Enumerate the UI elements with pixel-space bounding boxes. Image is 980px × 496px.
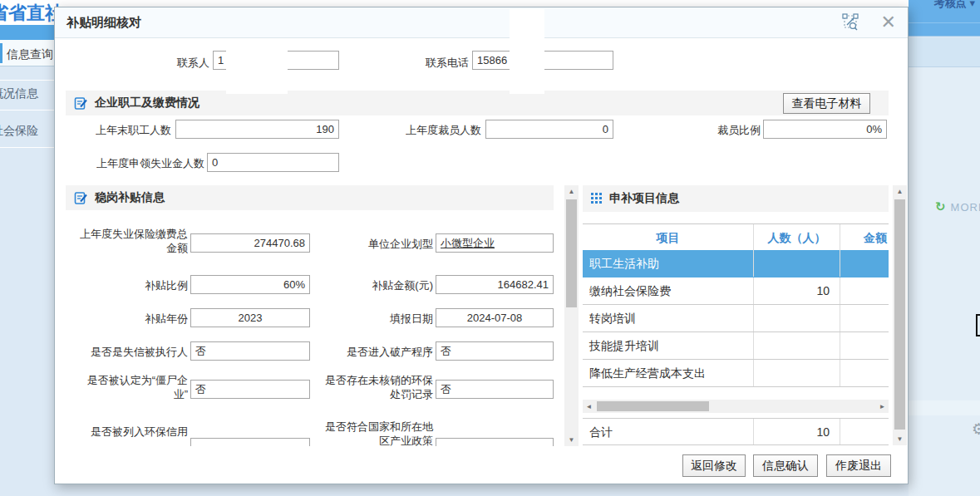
left-panel-scrollbar[interactable]: ▲ ▼ xyxy=(564,185,579,446)
resize-zoom-icon[interactable] xyxy=(841,12,861,32)
total-count-cell: 10 xyxy=(754,419,840,444)
refresh-icon: ↻ xyxy=(935,199,947,214)
project-cell: 职工生活补助 xyxy=(583,250,754,277)
scroll-right-arrow[interactable]: ► xyxy=(876,400,889,413)
field-label: 上年末职工人数 xyxy=(80,123,171,137)
amount-cell xyxy=(840,360,889,386)
close-icon[interactable]: ✕ xyxy=(881,14,896,31)
amount-cell xyxy=(840,332,889,359)
field-label: 是否符合国家和所在地区产业政策 xyxy=(321,420,433,446)
project-section-header: 申补项目信息 xyxy=(583,185,889,212)
field-label: 上年度申领失业金人数 xyxy=(83,156,204,170)
table-row[interactable]: 缴纳社会保险费 10 xyxy=(583,277,889,305)
scroll-up-arrow[interactable]: ▲ xyxy=(893,185,907,198)
report-date-input[interactable]: 2024-07-08 xyxy=(436,308,554,327)
table-row[interactable]: 技能提升培训 xyxy=(583,332,889,360)
field-label: 单位企业划型 xyxy=(321,237,433,251)
project-cell: 缴纳社会保险费 xyxy=(583,277,754,304)
project-panel: 申补项目信息 项目 人数（人） 金额 职工生活补助 缴纳社会保险费 10 转岗培… xyxy=(583,185,889,445)
table-row[interactable]: 降低生产经营成本支出 xyxy=(583,360,889,387)
void-exit-button[interactable]: 作废退出 xyxy=(826,454,891,477)
subsidy-year-input[interactable]: 2023 xyxy=(190,308,310,327)
enterprise-type-input[interactable]: 小微型企业 xyxy=(436,233,554,253)
table-header-row: 项目 人数（人） 金额 xyxy=(583,223,889,251)
content-right-panel xyxy=(909,67,980,496)
table-row[interactable]: 转岗培训 xyxy=(583,305,889,332)
return-modify-button[interactable]: 返回修改 xyxy=(682,454,746,477)
project-cell: 降低生产经营成本支出 xyxy=(583,360,754,386)
view-materials-button[interactable]: 查看电子材料 xyxy=(783,93,870,114)
staff-section-header: 企业职工及缴费情况 xyxy=(66,91,889,115)
tab-info-query[interactable]: 信息查询 xyxy=(7,47,53,62)
subsidy-ratio-input[interactable]: 60% xyxy=(190,275,310,294)
insurance-total-input[interactable]: 274470.68 xyxy=(190,233,310,253)
count-cell xyxy=(754,332,840,359)
scroll-up-arrow[interactable]: ▲ xyxy=(564,185,579,198)
amount-cell xyxy=(840,250,889,277)
industry-policy-input[interactable] xyxy=(436,438,554,446)
top-menu-dropdown[interactable]: 考核点 ▾ xyxy=(934,0,975,11)
table-total-row: 合计 10 xyxy=(583,418,889,445)
subsidy-section-header: 稳岗补贴信息 xyxy=(66,185,554,210)
count-cell xyxy=(754,250,840,277)
dialog-header: 补贴明细核对 ✕ xyxy=(55,7,908,38)
contact-phone-label: 联系电话 xyxy=(419,56,469,70)
enterprise-type-value: 小微型企业 xyxy=(441,236,495,251)
amount-cell xyxy=(840,305,889,331)
env-penalty-input[interactable]: 否 xyxy=(436,380,554,399)
page-blue-bar xyxy=(0,25,54,40)
table-horizontal-scrollbar[interactable]: ◄ ► xyxy=(583,400,889,413)
scroll-down-arrow[interactable]: ▼ xyxy=(893,433,907,445)
total-label-cell: 合计 xyxy=(583,419,754,444)
sidebar-item-overview[interactable]: 概况信息 xyxy=(0,86,38,101)
field-label: 补贴比例 xyxy=(74,278,188,292)
count-cell xyxy=(754,360,840,386)
scroll-left-arrow[interactable]: ◄ xyxy=(583,400,595,413)
more-label: MORE xyxy=(951,201,980,214)
column-header-count: 人数（人） xyxy=(754,224,840,251)
bankruptcy-input[interactable]: 否 xyxy=(436,341,554,361)
scrollbar-thumb[interactable] xyxy=(566,199,577,307)
table-row-selected[interactable]: 职工生活补助 xyxy=(583,250,889,277)
field-label: 是否被列入环保信用 xyxy=(74,425,188,439)
unemployment-claim-input[interactable]: 0 xyxy=(207,153,339,172)
field-label: 上年度裁员人数 xyxy=(387,123,481,137)
subsidy-section-title: 稳岗补贴信息 xyxy=(95,190,165,205)
zombie-enterprise-input[interactable]: 否 xyxy=(190,380,310,399)
right-panel-divider xyxy=(909,400,980,415)
staff-count-input[interactable]: 190 xyxy=(175,120,339,139)
count-cell xyxy=(754,305,840,331)
subsidy-amount-input[interactable]: 164682.41 xyxy=(436,275,554,294)
subsidy-detail-dialog: 补贴明细核对 ✕ 联系人 1 联系电话 15866 企业职工及缴费情况 xyxy=(54,7,909,484)
field-label: 是否被认定为“僵尸企业” xyxy=(74,373,188,401)
toolbar-right-strip xyxy=(909,37,980,67)
field-label: 是否存在未核销的环保处罚记录 xyxy=(321,373,433,401)
subsidy-panel: 稳岗补贴信息 上年度失业保险缴费总金额 274470.68 单位企业划型 小微型… xyxy=(66,185,554,446)
layoff-count-input[interactable]: 0 xyxy=(485,120,613,139)
scrollbar-thumb[interactable] xyxy=(894,199,905,430)
env-credit-input[interactable] xyxy=(190,438,310,446)
field-label: 填报日期 xyxy=(321,312,433,326)
edit-document-icon xyxy=(74,96,88,110)
edit-document-icon xyxy=(74,191,88,205)
gear-icon[interactable]: ⚙ xyxy=(972,420,980,439)
more-link[interactable]: ↻ MORE xyxy=(935,199,980,214)
column-header-amount: 金额 xyxy=(840,224,889,251)
layoff-ratio-input[interactable]: 0% xyxy=(763,120,887,139)
field-label: 是否进入破产程序 xyxy=(321,345,433,359)
partial-bracket-shape xyxy=(976,314,980,336)
scroll-down-arrow[interactable]: ▼ xyxy=(564,434,579,446)
column-header-project: 项目 xyxy=(583,224,754,251)
project-section-title: 申补项目信息 xyxy=(609,191,679,206)
right-panel-scrollbar[interactable]: ▲ ▼ xyxy=(893,185,907,445)
dishonest-executee-input[interactable]: 否 xyxy=(190,341,310,361)
dialog-title: 补贴明细核对 xyxy=(66,15,141,31)
scrollbar-thumb[interactable] xyxy=(597,401,709,411)
staff-section-title: 企业职工及缴费情况 xyxy=(95,96,199,110)
sidebar-item-social-insurance[interactable]: 社会保险 xyxy=(0,124,38,139)
confirm-info-button[interactable]: 信息确认 xyxy=(753,454,818,477)
count-cell: 10 xyxy=(754,277,840,304)
tab-accent-bar xyxy=(0,43,2,63)
field-label: 裁员比例 xyxy=(687,123,761,137)
project-cell: 技能提升培训 xyxy=(583,332,754,359)
